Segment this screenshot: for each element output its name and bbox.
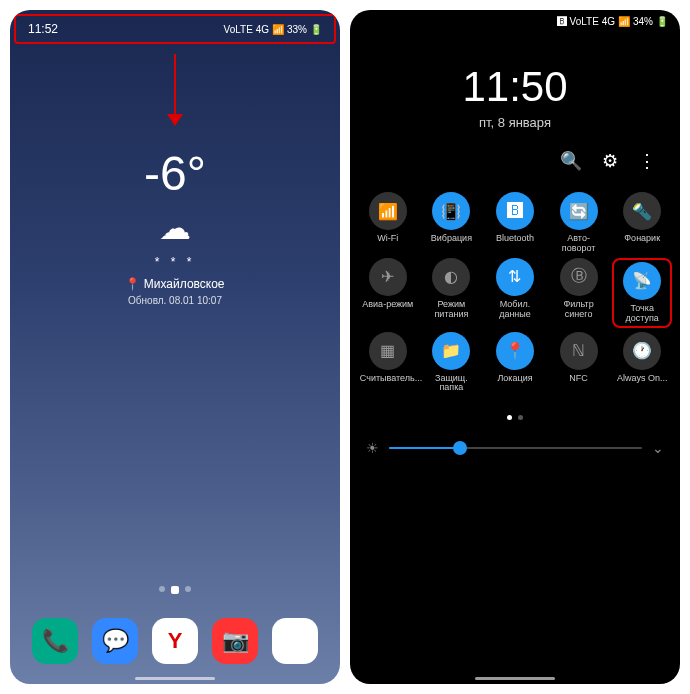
search-icon[interactable]: 🔍 (560, 150, 582, 172)
loc-icon: 📍 (496, 332, 534, 370)
bt-icon: 🅱 (496, 192, 534, 230)
qs-tile-flash[interactable]: 🔦Фонарик (612, 192, 672, 254)
play-store-icon[interactable]: ▶ (272, 618, 318, 664)
camera-app-icon[interactable]: 📷 (212, 618, 258, 664)
qs-label: Считыватель... (360, 374, 416, 384)
qs-tile-vibrate[interactable]: 📳Вибрация (422, 192, 482, 254)
snow-icon: * * * (10, 255, 340, 269)
qs-tile-power[interactable]: ◐Режим питания (422, 258, 482, 328)
phone-app-icon[interactable]: 📞 (32, 618, 78, 664)
qs-tile-loc[interactable]: 📍Локация (485, 332, 545, 394)
qs-label: Авто-поворот (551, 234, 607, 254)
status-icons: VoLTE 4G📶33%🔋 (224, 24, 322, 35)
data-icon: ⇅ (496, 258, 534, 296)
swipe-down-arrow (10, 54, 340, 126)
location-label: 📍 Михайловское (10, 277, 340, 291)
blue-icon: Ⓑ (560, 258, 598, 296)
qs-tile-blue[interactable]: ⒷФильтр синего (549, 258, 609, 328)
qs-label: Авиа-режим (362, 300, 413, 310)
qs-label: Локация (497, 374, 532, 384)
qs-tile-data[interactable]: ⇅Мобил. данные (485, 258, 545, 328)
aod-icon: 🕐 (623, 332, 661, 370)
dock: 📞 💬 Y 📷 ▶ (10, 618, 340, 664)
folder-icon: 📁 (432, 332, 470, 370)
brightness-slider[interactable] (389, 447, 642, 449)
settings-icon[interactable]: ⚙ (602, 150, 618, 172)
nav-handle[interactable] (135, 677, 215, 680)
qs-label: Always On... (617, 374, 668, 384)
qs-label: Bluetooth (496, 234, 534, 244)
quick-settings-grid: 📶Wi-Fi📳Вибрация🅱Bluetooth🔄Авто-поворот🔦Ф… (350, 182, 680, 403)
qs-tile-hotspot[interactable]: 📡Точка доступа (612, 258, 672, 328)
more-icon[interactable]: ⋮ (638, 150, 656, 172)
qs-label: Фильтр синего (551, 300, 607, 320)
qs-label: Защищ. папка (423, 374, 479, 394)
qs-tile-wifi[interactable]: 📶Wi-Fi (358, 192, 418, 254)
flash-icon: 🔦 (623, 192, 661, 230)
status-bar[interactable]: 11:52 VoLTE 4G📶33%🔋 (14, 14, 336, 44)
status-bar: 🅱VoLTE 4G📶34%🔋 (350, 10, 680, 33)
nav-handle[interactable] (475, 677, 555, 680)
page-indicator (159, 586, 191, 594)
qs-label: Мобил. данные (487, 300, 543, 320)
weather-widget[interactable]: -6° ☁ * * * 📍 Михайловское Обновл. 08.01… (10, 146, 340, 306)
qs-tile-rotate[interactable]: 🔄Авто-поворот (549, 192, 609, 254)
qs-label: NFC (569, 374, 588, 384)
hotspot-icon: 📡 (623, 262, 661, 300)
qs-tile-bt[interactable]: 🅱Bluetooth (485, 192, 545, 254)
status-icons: 🅱VoLTE 4G📶34%🔋 (557, 16, 668, 27)
messages-app-icon[interactable]: 💬 (92, 618, 138, 664)
quick-settings-panel: 🅱VoLTE 4G📶34%🔋 11:50 пт, 8 января 🔍 ⚙ ⋮ … (350, 10, 680, 684)
yandex-app-icon[interactable]: Y (152, 618, 198, 664)
brightness-row: ☀ ⌄ (350, 420, 680, 476)
panel-actions: 🔍 ⚙ ⋮ (350, 130, 680, 182)
updated-label: Обновл. 08.01 10:07 (10, 295, 340, 306)
qs-label: Режим питания (423, 300, 479, 320)
expand-brightness-icon[interactable]: ⌄ (652, 440, 664, 456)
temperature: -6° (10, 146, 340, 201)
qs-label: Фонарик (624, 234, 660, 244)
qs-label: Точка доступа (616, 304, 668, 324)
clock-widget: 11:50 пт, 8 января (350, 63, 680, 130)
nfc-icon: ℕ (560, 332, 598, 370)
wifi-icon: 📶 (369, 192, 407, 230)
power-icon: ◐ (432, 258, 470, 296)
clock-date: пт, 8 января (350, 115, 680, 130)
qr-icon: ▦ (369, 332, 407, 370)
vibrate-icon: 📳 (432, 192, 470, 230)
qs-tile-nfc[interactable]: ℕNFC (549, 332, 609, 394)
qs-label: Wi-Fi (377, 234, 398, 244)
clock-time: 11:50 (350, 63, 680, 111)
plane-icon: ✈ (369, 258, 407, 296)
qs-label: Вибрация (431, 234, 472, 244)
weather-icon: ☁ (10, 209, 340, 247)
qs-tile-plane[interactable]: ✈Авиа-режим (358, 258, 418, 328)
rotate-icon: 🔄 (560, 192, 598, 230)
qs-tile-qr[interactable]: ▦Считыватель... (358, 332, 418, 394)
brightness-icon: ☀ (366, 440, 379, 456)
status-time: 11:52 (28, 22, 58, 36)
home-screen: 11:52 VoLTE 4G📶33%🔋 -6° ☁ * * * 📍 Михайл… (10, 10, 340, 684)
qs-tile-folder[interactable]: 📁Защищ. папка (422, 332, 482, 394)
qs-tile-aod[interactable]: 🕐Always On... (612, 332, 672, 394)
